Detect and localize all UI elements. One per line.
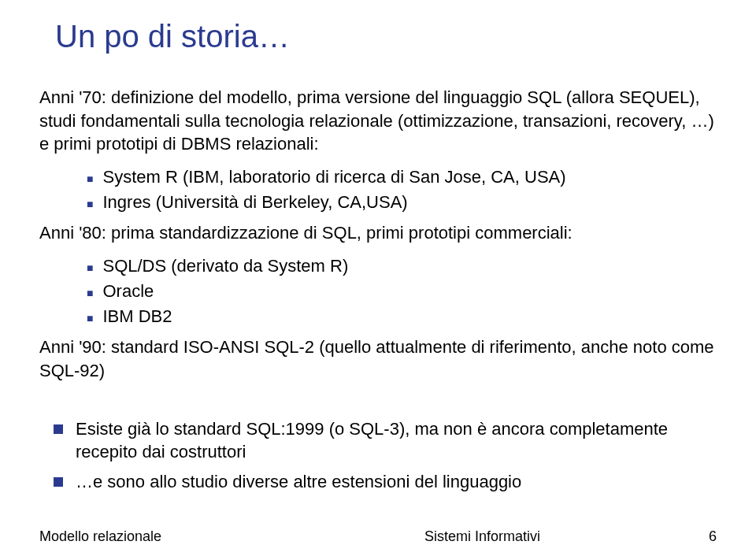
square-bullet-icon (54, 477, 63, 487)
era-90: Anni '90: standard ISO-ANSI SQL-2 (quell… (39, 335, 724, 382)
era-70-item-text: Ingres (Università di Berkeley, CA,USA) (102, 191, 724, 214)
era-80-item: ■ IBM DB2 (87, 305, 724, 328)
bullet-icon: ■ (87, 284, 93, 302)
era-70-item-text: System R (IBM, laboratorio di ricerca di… (102, 165, 724, 189)
era-80-item-text: Oracle (102, 280, 724, 303)
bullet-icon: ■ (87, 170, 93, 187)
closing-section: Esiste già lo standard SQL:1999 (o SQL-3… (39, 417, 724, 494)
closing-item-text: …e sono allo studio diverse altre estens… (76, 470, 724, 494)
era-70-item: ■ Ingres (Università di Berkeley, CA,USA… (87, 191, 724, 214)
closing-item: Esiste già lo standard SQL:1999 (o SQL-3… (54, 417, 724, 464)
footer-left: Modello relazionale (39, 528, 161, 545)
era-80-item-text: IBM DB2 (102, 305, 724, 328)
era-80-item: ■ SQL/DS (derivato da System R) (87, 254, 724, 278)
closing-item-text: Esiste già lo standard SQL:1999 (o SQL-3… (76, 417, 724, 464)
square-bullet-icon (54, 424, 63, 434)
bullet-icon: ■ (87, 195, 93, 213)
era-80-item-text: SQL/DS (derivato da System R) (102, 254, 724, 278)
era-70-item: ■ System R (IBM, laboratorio di ricerca … (87, 165, 724, 189)
era-80-intro: Anni '80: prima standardizzazione di SQL… (39, 221, 724, 245)
closing-item: …e sono allo studio diverse altre estens… (54, 470, 724, 494)
footer-page-number: 6 (709, 528, 717, 545)
bullet-icon: ■ (87, 259, 93, 276)
slide-title: Un po di storia… (55, 19, 724, 54)
footer-center: Sistemi Informativi (424, 528, 540, 545)
slide-footer: Modello relazionale Sistemi Informativi … (39, 528, 717, 545)
slide-body: Anni '70: definizione del modello, prima… (39, 86, 724, 494)
era-70-intro: Anni '70: definizione del modello, prima… (39, 86, 724, 156)
era-80-item: ■ Oracle (87, 280, 724, 303)
bullet-icon: ■ (87, 310, 93, 327)
slide: Un po di storia… Anni '70: definizione d… (0, 0, 756, 556)
